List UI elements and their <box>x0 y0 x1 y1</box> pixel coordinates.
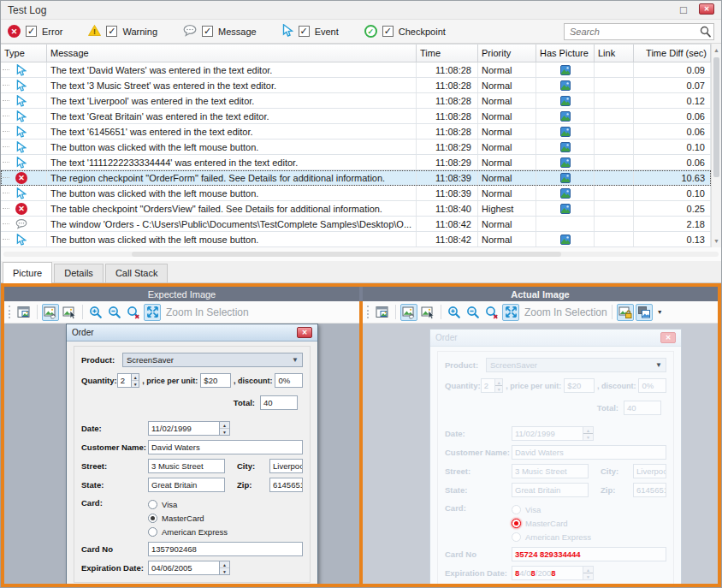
expiration-stepper[interactable]: ▲▼ <box>220 561 230 575</box>
col-time-diff[interactable]: Time Diff (sec) <box>634 45 711 62</box>
message-checkbox[interactable] <box>202 26 213 37</box>
product-dropdown[interactable]: ScreenSaver ▼ <box>122 353 303 367</box>
pan-mode-button[interactable] <box>42 304 59 321</box>
radio-icon[interactable] <box>512 505 521 514</box>
product-dropdown[interactable]: ScreenSaver ▼ <box>486 358 666 372</box>
radio-icon[interactable] <box>148 514 157 523</box>
card-option-mastercard[interactable]: MasterCard <box>512 517 591 530</box>
view-comparison-mode-button[interactable] <box>636 304 653 321</box>
col-type[interactable]: Type <box>1 45 47 62</box>
radio-icon[interactable] <box>512 532 521 542</box>
select-mode-button[interactable] <box>61 304 78 321</box>
state-field[interactable]: Great Britain <box>148 478 225 492</box>
table-row[interactable]: The text '6145651' was entered in the te… <box>1 124 711 140</box>
card-option-visa[interactable]: Visa <box>512 503 591 516</box>
zoom-out-button[interactable] <box>465 304 482 321</box>
table-row[interactable]: The text 'Liverpool' was entered in the … <box>1 93 711 109</box>
quantity-field[interactable]: 2 <box>481 378 495 393</box>
quantity-stepper[interactable]: ▲▼ <box>495 378 503 393</box>
zoom-in-button[interactable] <box>446 304 463 321</box>
total-field[interactable]: 40 <box>260 395 298 410</box>
table-row[interactable]: The window 'Orders - C:\Users\Public\Doc… <box>1 217 711 232</box>
card-option-mastercard[interactable]: MasterCard <box>148 512 228 525</box>
tab-details[interactable]: Details <box>54 264 104 282</box>
checkpoint-checkbox[interactable] <box>382 26 394 37</box>
date-field[interactable]: 11/02/1999 <box>148 421 220 436</box>
table-row[interactable]: The table checkpoint "OrdersView" failed… <box>1 201 711 217</box>
radio-icon[interactable] <box>148 500 157 509</box>
sync-scroll-lock-button[interactable] <box>617 304 634 321</box>
select-mode-button[interactable] <box>419 304 436 321</box>
close-icon[interactable] <box>699 3 714 15</box>
state-field[interactable]: Great Britain <box>512 483 589 497</box>
table-row[interactable]: The button was clicked with the left mou… <box>1 140 711 155</box>
table-row[interactable]: The region checkpoint "OrderForm" failed… <box>1 170 711 186</box>
dialog-close-icon[interactable] <box>297 327 312 338</box>
h-scrollbar-thumb[interactable] <box>132 252 561 257</box>
col-link[interactable]: Link <box>595 45 634 62</box>
zoom-in-selection-button[interactable] <box>144 304 161 321</box>
pan-mode-button[interactable] <box>400 304 417 321</box>
customer-name-field[interactable]: David Waters <box>148 440 303 454</box>
card-option-american-express[interactable]: American Express <box>148 526 228 538</box>
zoom-in-selection-button[interactable] <box>502 304 519 321</box>
toolbar-grip[interactable] <box>9 306 10 318</box>
price-per-unit-field[interactable]: $20 <box>200 373 231 388</box>
view-actual-size-button[interactable] <box>374 304 391 321</box>
table-row[interactable]: The button was clicked with the left mou… <box>1 232 711 247</box>
warning-checkbox[interactable] <box>106 26 117 37</box>
quantity-field[interactable]: 2 <box>117 373 132 388</box>
card-option-visa[interactable]: Visa <box>148 498 228 511</box>
quantity-stepper[interactable]: ▲▼ <box>132 373 139 388</box>
table-row[interactable]: The text 'David Waters' was entered in t… <box>1 62 711 78</box>
zip-field[interactable]: 6145651 <box>633 483 666 497</box>
card-no-field[interactable]: 1357902468 <box>148 542 303 556</box>
vertical-scrollbar[interactable]: ▲ ▼ <box>711 44 721 247</box>
radio-icon[interactable] <box>148 527 157 537</box>
scroll-up-icon[interactable]: ▲ <box>712 44 721 56</box>
customer-name-field[interactable]: David Waters <box>512 445 666 460</box>
tab-call-stack[interactable]: Call Stack <box>105 264 169 282</box>
radio-icon[interactable] <box>512 519 521 528</box>
expected-image-canvas[interactable]: Order Product: ScreenSaver ▼ <box>4 324 359 584</box>
view-actual-size-button[interactable] <box>15 304 33 321</box>
zoom-reset-button[interactable] <box>483 304 500 321</box>
price-per-unit-field[interactable]: $20 <box>564 378 595 393</box>
expiration-stepper[interactable]: ▲▼ <box>583 566 594 580</box>
zoom-out-button[interactable] <box>106 304 123 321</box>
toolbar-grip[interactable] <box>367 306 369 318</box>
card-option-american-express[interactable]: American Express <box>512 531 591 543</box>
scroll-down-icon[interactable]: ▼ <box>712 235 721 247</box>
scrollbar-thumb[interactable] <box>713 57 719 177</box>
street-field[interactable]: 3 Music Street <box>512 464 589 478</box>
col-priority[interactable]: Priority <box>478 45 536 62</box>
expiration-date-field[interactable]: 84/08/2008 <box>512 566 583 580</box>
zip-field[interactable]: 6145651 <box>269 478 303 492</box>
discount-field[interactable]: 0% <box>275 373 303 388</box>
table-row[interactable]: The text '3 Music Street' was entered in… <box>1 78 711 93</box>
tab-picture[interactable]: Picture <box>3 262 52 283</box>
date-stepper[interactable]: ▲▼ <box>220 421 230 436</box>
actual-image-canvas[interactable]: Order Product: ScreenSaver ▼ <box>363 324 718 584</box>
city-field[interactable]: Liverpool <box>269 459 303 473</box>
total-field[interactable]: 40 <box>624 401 661 415</box>
city-field[interactable]: Liverpool <box>633 464 666 478</box>
zoom-in-button[interactable] <box>87 304 104 321</box>
dropdown-arrow-icon[interactable]: ▼ <box>654 309 666 315</box>
col-message[interactable]: Message <box>47 45 417 62</box>
table-row[interactable]: The text '1111222233334444' was entered … <box>1 155 711 170</box>
search-input[interactable] <box>564 23 714 40</box>
dialog-close-icon[interactable] <box>660 332 676 343</box>
date-field[interactable]: 11/02/1999 <box>512 426 583 441</box>
col-has-picture[interactable]: Has Picture <box>536 45 595 62</box>
street-field[interactable]: 3 Music Street <box>148 459 225 473</box>
date-stepper[interactable]: ▲▼ <box>583 426 594 441</box>
discount-field[interactable]: 0% <box>638 378 666 393</box>
card-no-field[interactable]: 35724 829334444 <box>512 547 666 561</box>
col-time[interactable]: Time <box>417 45 478 62</box>
maximize-icon[interactable] <box>677 3 690 17</box>
table-row[interactable]: The button was clicked with the left mou… <box>1 186 711 201</box>
event-checkbox[interactable] <box>299 26 310 37</box>
table-row[interactable]: The text 'Great Britain' was entered in … <box>1 109 711 124</box>
expiration-date-field[interactable]: 04/06/2005 <box>148 561 220 575</box>
